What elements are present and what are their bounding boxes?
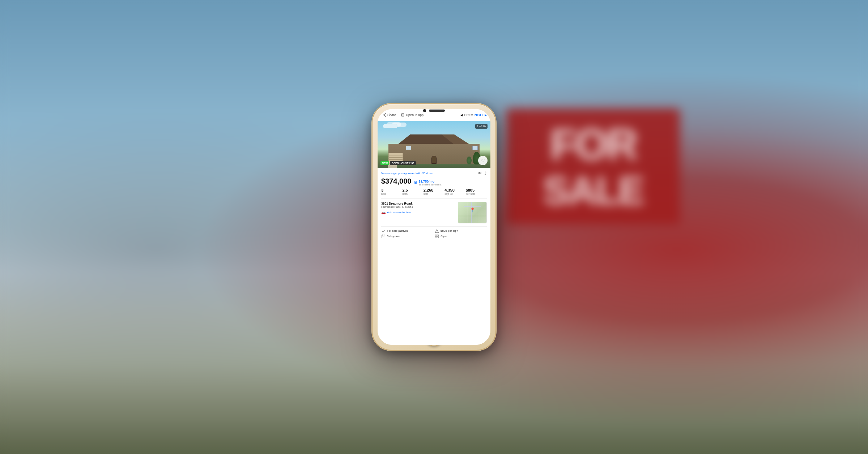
next-arrow-icon: ▶: [485, 113, 487, 117]
listing-body: Veterans get pre-approved with $0 down 👁…: [378, 168, 490, 241]
open-in-app-label: Open in app: [406, 113, 424, 117]
stat-bath: 2.5 bath: [402, 188, 423, 196]
monthly-label: Estimated payments: [418, 183, 441, 186]
front-door: [431, 156, 437, 164]
details-row-1: For sale (active) $805 per sq ft: [381, 229, 487, 233]
share-button[interactable]: Share: [381, 112, 397, 118]
svg-point-0: [385, 113, 386, 114]
map-road-v: [471, 202, 472, 223]
svg-line-3: [384, 114, 386, 115]
action-icons: 👁 ⤴: [478, 171, 487, 175]
lot-label: sqft lot: [444, 192, 465, 196]
phone-device: Share Open in app ◀ PREV: [373, 104, 495, 350]
svg-rect-8: [382, 235, 385, 238]
property-details: For sale (active) $805 per sq ft: [381, 229, 487, 239]
svg-point-2: [383, 115, 384, 115]
bed-label: bed: [381, 192, 402, 196]
listing-price: $374,000: [381, 177, 411, 185]
days-on-col: 3 days on: [381, 234, 433, 239]
prev-next-nav: ◀ PREV NEXT ▶: [460, 113, 487, 117]
address-line1: 3801 Drexmore Road,: [381, 202, 455, 205]
screen-content: Share Open in app ◀ PREV: [378, 109, 490, 345]
svg-rect-6: [402, 114, 404, 116]
lot-value: 4,350: [444, 188, 465, 192]
commute-link[interactable]: 🚗 Add commute time: [381, 210, 455, 214]
stat-lot: 4,350 sqft lot: [444, 188, 465, 196]
price-sqft-label: per sqft: [466, 192, 487, 196]
sqft-label: sqft: [424, 192, 444, 196]
calculator-icon[interactable]: 🖩: [414, 181, 417, 184]
sqft-value: 2,268: [424, 188, 444, 192]
heart-icon: ♡: [481, 158, 485, 163]
grid-icon: [435, 234, 439, 239]
shrub-right: [467, 157, 472, 164]
svg-point-1: [385, 116, 386, 117]
map-grid-line: [477, 202, 477, 223]
prev-arrow-icon: ◀: [460, 113, 463, 117]
price-sqft-col: $805 per sq ft: [435, 229, 487, 233]
speaker-grill: [429, 110, 445, 112]
property-image[interactable]: 1 of 30 NEW OPEN HOUSE 2/09 ♡: [378, 121, 490, 168]
address-line2: Humboldt Park, IL 60651: [381, 205, 455, 209]
phone-screen: Share Open in app ◀ PREV: [378, 109, 490, 345]
price-sqft-value: $805: [466, 188, 487, 192]
checkmark-icon: [381, 229, 386, 233]
window-right: [472, 146, 478, 150]
share-label: Share: [387, 113, 396, 117]
calendar-icon: [381, 234, 386, 239]
bath-value: 2.5: [402, 188, 423, 192]
svg-rect-13: [437, 235, 439, 236]
details-row-2: 3 days on Style: [381, 234, 487, 239]
bath-label: bath: [402, 192, 423, 196]
house-body: [388, 144, 480, 164]
days-on-text: 3 days on: [387, 235, 400, 238]
map-pin-icon: 📍: [470, 207, 475, 213]
open-in-app-button[interactable]: Open in app: [400, 112, 425, 118]
window-left: [406, 146, 411, 150]
address-map-row: 3801 Drexmore Road, Humboldt Park, IL 60…: [381, 202, 487, 227]
camera-dot: [423, 109, 426, 112]
commute-label: Add commute time: [387, 211, 411, 214]
svg-marker-7: [435, 229, 439, 232]
monthly-estimate: 🖩 $1,750/mo Estimated payments: [414, 180, 441, 186]
stats-row: 3 bed 2.5 bath 2,268 sqft 4,350: [381, 188, 487, 199]
map-grid-line: [468, 202, 468, 223]
phone-camera-area: [423, 109, 445, 112]
share-listing-icon[interactable]: ⤴: [485, 171, 487, 175]
view-icon[interactable]: 👁: [478, 171, 482, 175]
address-section: 3801 Drexmore Road, Humboldt Park, IL 60…: [381, 202, 455, 223]
car-icon: 🚗: [381, 210, 386, 214]
svg-rect-14: [435, 236, 437, 238]
veterans-link[interactable]: Veterans get pre-approved with $0 down: [381, 172, 433, 175]
monthly-price: $1,750/mo: [418, 180, 441, 183]
stat-bed: 3 bed: [381, 188, 402, 196]
stat-price-sqft: $805 per sqft: [466, 188, 487, 196]
image-count-badge: 1 of 30: [475, 124, 488, 129]
favorite-button[interactable]: ♡: [478, 156, 488, 165]
svg-line-4: [384, 115, 386, 116]
for-sale-text: For sale (active): [387, 229, 408, 232]
map-thumbnail[interactable]: 📍: [458, 202, 487, 223]
price-sqft-detail: $805 per sq ft: [441, 229, 458, 232]
triangle-icon: [435, 229, 439, 233]
svg-rect-12: [435, 235, 437, 236]
veterans-row: Veterans get pre-approved with $0 down 👁…: [381, 171, 487, 175]
prev-button[interactable]: PREV: [464, 113, 473, 117]
new-badge: NEW: [380, 161, 389, 165]
map-grid-line: [458, 216, 486, 216]
svg-rect-15: [437, 236, 439, 238]
stat-sqft: 2,268 sqft: [424, 188, 444, 196]
for-sale-col: For sale (active): [381, 229, 433, 233]
bed-value: 3: [381, 188, 402, 192]
next-button[interactable]: NEXT: [475, 113, 483, 117]
open-house-badge: OPEN HOUSE 2/09: [390, 161, 416, 165]
style-text: Style: [441, 235, 447, 238]
phone-wrapper: Share Open in app ◀ PREV: [373, 104, 495, 350]
style-col: Style: [435, 234, 487, 239]
price-row: $374,000 🖩 $1,750/mo Estimated payments: [381, 177, 487, 186]
house-sub-roof: [397, 134, 454, 145]
